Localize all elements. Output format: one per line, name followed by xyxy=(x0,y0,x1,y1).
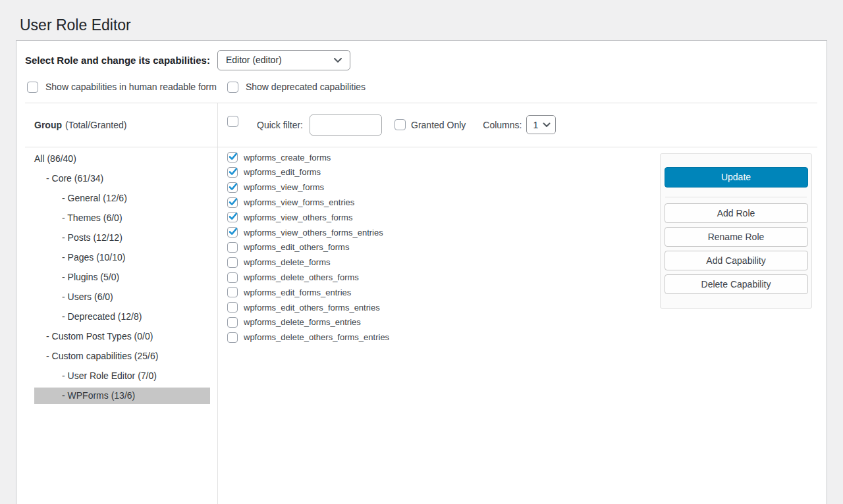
capability-checkbox[interactable] xyxy=(227,197,238,208)
capability-row: wpforms_view_others_forms xyxy=(227,210,660,225)
groups-header-title: Group xyxy=(34,120,62,130)
quick-filter-input[interactable] xyxy=(310,114,382,136)
capability-name: wpforms_delete_forms_entries xyxy=(244,317,361,327)
display-options-row: Show capabilities in human readable form… xyxy=(25,82,817,93)
capability-row: wpforms_view_forms xyxy=(227,180,660,195)
filter-bar: Quick filter: Granted Only Columns: 1 xyxy=(218,103,817,147)
group-tree-item[interactable]: - Core (61/34) xyxy=(34,170,210,187)
select-all-checkbox[interactable] xyxy=(227,116,238,127)
groups-header-suffix: (Total/Granted) xyxy=(65,120,126,130)
capability-checkbox[interactable] xyxy=(227,227,238,238)
capability-checkbox[interactable] xyxy=(227,287,238,297)
human-readable-label: Show capabilities in human readable form xyxy=(45,82,217,92)
capability-row: wpforms_view_forms_entries xyxy=(227,195,660,210)
capability-name: wpforms_view_others_forms_entries xyxy=(244,228,383,238)
capability-checkbox[interactable] xyxy=(227,317,238,328)
capability-name: wpforms_delete_others_forms xyxy=(244,272,359,282)
granted-only-checkbox[interactable] xyxy=(394,119,406,130)
chevron-down-icon xyxy=(333,57,342,63)
capability-checkbox[interactable] xyxy=(227,332,238,343)
capability-row: wpforms_delete_others_forms_entries xyxy=(227,330,660,345)
group-tree: All (86/40)- Core (61/34)- General (12/6… xyxy=(16,147,217,407)
columns-label: Columns: xyxy=(483,120,522,130)
human-readable-checkbox[interactable] xyxy=(27,82,38,93)
group-tree-item[interactable]: - WPForms (13/6) xyxy=(34,388,210,404)
capability-row: wpforms_edit_others_forms_entries xyxy=(227,300,660,315)
groups-column: Group (Total/Granted) All (86/40)- Core … xyxy=(16,103,218,504)
group-tree-item[interactable]: - Custom Post Types (0/0) xyxy=(34,328,210,345)
capability-checkbox[interactable] xyxy=(227,257,238,268)
capability-name: wpforms_delete_others_forms_entries xyxy=(244,332,389,342)
capability-checkbox[interactable] xyxy=(227,152,238,163)
capabilities-column: Quick filter: Granted Only Columns: 1 wp… xyxy=(218,103,827,504)
quick-filter-label: Quick filter: xyxy=(257,120,303,130)
group-tree-item[interactable]: - Pages (10/10) xyxy=(34,249,210,266)
granted-only-label: Granted Only xyxy=(411,120,466,130)
groups-header: Group (Total/Granted) xyxy=(25,103,217,147)
capability-name: wpforms_edit_others_forms_entries xyxy=(244,303,380,313)
group-tree-item[interactable]: - Deprecated (12/8) xyxy=(34,309,210,325)
capability-row: wpforms_delete_forms xyxy=(227,255,660,270)
secondary-actions: Add RoleRename RoleAdd CapabilityDelete … xyxy=(664,203,808,294)
capability-checkbox[interactable] xyxy=(227,182,238,193)
deprecated-label: Show deprecated capabilities xyxy=(246,82,366,92)
capability-row: wpforms_edit_others_forms xyxy=(227,240,660,255)
rename-role-button[interactable]: Rename Role xyxy=(665,227,808,247)
capability-name: wpforms_edit_forms_entries xyxy=(244,288,351,297)
human-readable-option[interactable]: Show capabilities in human readable form xyxy=(27,82,217,93)
deprecated-checkbox[interactable] xyxy=(227,82,238,93)
add-role-button[interactable]: Add Role xyxy=(665,203,808,223)
actions-divider xyxy=(665,197,807,197)
group-tree-item[interactable]: - Custom capabilities (25/6) xyxy=(34,348,210,365)
add-capability-button[interactable]: Add Capability xyxy=(665,251,808,270)
group-tree-item[interactable]: - Themes (6/0) xyxy=(34,210,210,226)
capability-name: wpforms_view_others_forms xyxy=(244,213,352,222)
group-tree-item[interactable]: - General (12/6) xyxy=(34,190,210,207)
capability-checkbox[interactable] xyxy=(227,242,238,253)
top-section: Select Role and change its capabilities:… xyxy=(16,41,827,103)
capability-name: wpforms_edit_forms xyxy=(244,167,321,177)
columns-select[interactable]: 1 xyxy=(526,115,556,134)
columns-select-value: 1 xyxy=(533,120,538,130)
user-role-editor-panel: Select Role and change its capabilities:… xyxy=(16,40,827,504)
group-tree-item[interactable]: - Posts (12/12) xyxy=(34,230,210,246)
capability-name: wpforms_view_forms xyxy=(244,182,324,192)
capability-row: wpforms_delete_others_forms xyxy=(227,270,660,285)
role-select-value: Editor (editor) xyxy=(226,55,282,65)
chevron-down-icon xyxy=(543,122,551,128)
delete-capability-button[interactable]: Delete Capability xyxy=(665,274,808,294)
capability-checkbox[interactable] xyxy=(227,272,238,283)
capability-row: wpforms_view_others_forms_entries xyxy=(227,225,660,240)
capability-row: wpforms_delete_forms_entries xyxy=(227,315,660,330)
capability-name: wpforms_edit_others_forms xyxy=(244,242,349,252)
capability-row: wpforms_edit_forms_entries xyxy=(227,285,660,300)
capability-name: wpforms_create_forms xyxy=(244,153,331,163)
group-tree-item[interactable]: - User Role Editor (7/0) xyxy=(34,368,210,384)
capability-name: wpforms_delete_forms xyxy=(244,257,331,267)
capabilities-list: wpforms_create_formswpforms_edit_formswp… xyxy=(218,147,660,345)
capability-checkbox[interactable] xyxy=(227,212,238,222)
capability-row: wpforms_edit_forms xyxy=(227,165,660,180)
actions-panel: Update Add RoleRename RoleAdd Capability… xyxy=(660,153,812,309)
role-select[interactable]: Editor (editor) xyxy=(217,50,350,70)
role-selector-label: Select Role and change its capabilities: xyxy=(25,55,210,66)
group-tree-item[interactable]: - Users (6/0) xyxy=(34,289,210,305)
main-area: Group (Total/Granted) All (86/40)- Core … xyxy=(16,103,827,504)
capability-row: wpforms_create_forms xyxy=(227,150,660,165)
group-tree-item[interactable]: - Plugins (5/0) xyxy=(34,269,210,286)
role-selector-row: Select Role and change its capabilities:… xyxy=(25,50,817,70)
group-tree-item[interactable]: All (86/40) xyxy=(34,151,210,167)
capability-checkbox[interactable] xyxy=(227,302,238,313)
page-title: User Role Editor xyxy=(0,0,843,40)
capabilities-area: wpforms_create_formswpforms_edit_formswp… xyxy=(218,147,827,504)
capability-checkbox[interactable] xyxy=(227,167,238,178)
deprecated-option[interactable]: Show deprecated capabilities xyxy=(227,82,366,93)
capability-name: wpforms_view_forms_entries xyxy=(244,197,354,207)
update-button[interactable]: Update xyxy=(665,167,808,188)
